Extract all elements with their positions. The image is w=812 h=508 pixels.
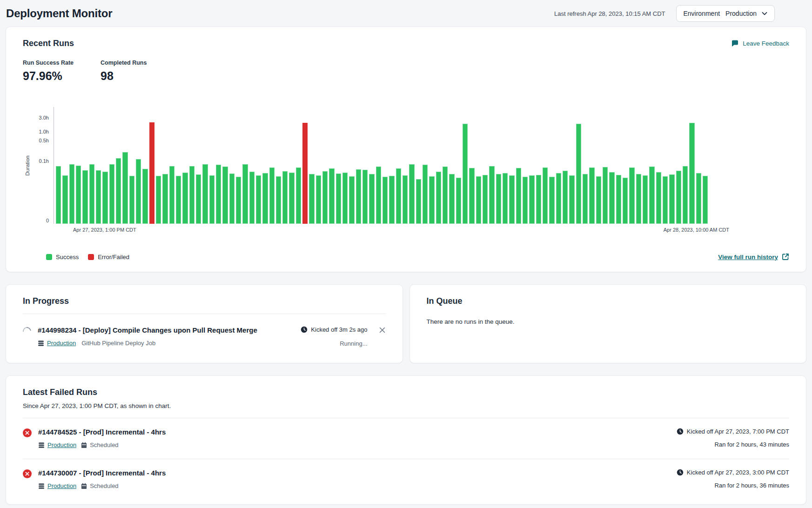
chart-bar-success <box>242 164 248 224</box>
latest-failed-title: Latest Failed Runs <box>23 388 789 397</box>
close-icon[interactable] <box>379 327 386 334</box>
chart-bar-success <box>89 164 94 224</box>
chart-bar-success <box>576 124 581 224</box>
divider <box>23 314 386 314</box>
in-progress-title: In Progress <box>23 296 386 306</box>
ran-for-text: Ran for 2 hours, 43 minutes <box>677 441 789 448</box>
failed-run-title: #144784525 - [Prod] Incremental - 4hrs <box>38 428 677 436</box>
chart-bar-success <box>449 174 454 224</box>
failed-run-row: #144730007 - [Prod] Incremental - 4hrs P… <box>23 459 789 500</box>
y-axis-tick-label: 0.5h <box>39 138 49 143</box>
chart-bar-success <box>403 175 408 224</box>
environment-production-link[interactable]: Production <box>38 340 76 347</box>
page-title: Deployment Monitor <box>6 7 112 20</box>
chart-bar-success <box>496 174 501 224</box>
schedule-label: Scheduled <box>90 441 118 448</box>
chart-bar-success <box>609 172 614 224</box>
chart-bar-success <box>689 123 694 224</box>
chart-bar-success <box>563 171 568 224</box>
chart-bar-success <box>369 174 374 224</box>
chart-bar-success <box>503 173 508 224</box>
stat-label: Completed Runs <box>101 60 147 66</box>
y-axis-tick-label: 1.0h <box>39 129 49 134</box>
chart-bar-success <box>409 164 414 224</box>
chart-bar-success <box>703 176 708 224</box>
chart-bar-success <box>636 174 641 224</box>
chart-bar-success <box>423 165 428 224</box>
chart-bar-success <box>236 177 241 224</box>
environment-production-link[interactable]: Production <box>38 441 76 448</box>
y-axis-tick-label: 0 <box>46 218 49 223</box>
leave-feedback-link[interactable]: Leave Feedback <box>731 40 789 47</box>
chart-bar-success <box>629 167 634 224</box>
environment-link-label: Production <box>47 441 76 448</box>
chart-bar-success <box>596 176 601 224</box>
chart-bar-success <box>289 173 294 224</box>
run-duration-chart: Duration 00.1h0.5h1.0h3.0h Apr 27, 2023,… <box>23 93 789 233</box>
chart-bar-success <box>656 172 661 224</box>
schedule-tag: Scheduled <box>81 482 118 489</box>
view-history-label: View full run history <box>718 254 778 261</box>
legend-item-failed: Error/Failed <box>88 254 129 261</box>
environment-dropdown-label: Environment <box>683 10 720 17</box>
chart-bar-success <box>189 166 195 224</box>
chevron-down-icon <box>761 10 768 17</box>
chart-y-axis-title: Duration <box>23 107 32 224</box>
chart-bar-success <box>282 171 288 224</box>
chart-legend: Success Error/Failed <box>46 254 129 261</box>
y-axis-tick-label: 0.1h <box>39 158 49 164</box>
chart-bar-success <box>549 177 554 224</box>
chart-bar-success <box>96 170 101 224</box>
chart-bar-success <box>116 158 121 224</box>
kicked-off-text: Kicked off Apr 27, 2023, 7:00 PM CDT <box>687 428 789 435</box>
header-controls: Last refresh Apr 28, 2023, 10:15 AM CDT … <box>554 5 775 22</box>
in-progress-card: In Progress #144998234 - [Deploy] Compil… <box>6 284 403 363</box>
clock-icon <box>677 428 684 435</box>
chart-bar-success <box>489 166 494 224</box>
environment-dropdown[interactable]: Environment Production <box>676 5 775 22</box>
chart-bar-success <box>109 164 114 224</box>
run-stats: Run Success Rate 97.96% Completed Runs 9… <box>23 60 789 83</box>
in-queue-title: In Queue <box>427 296 790 306</box>
chart-bar-failed <box>149 122 154 224</box>
legend-label: Error/Failed <box>98 254 129 261</box>
chart-bar-success <box>196 174 201 224</box>
x-axis-start-label: Apr 27, 2023, 1:00 PM CDT <box>73 227 136 233</box>
chart-bar-success <box>309 174 314 224</box>
chart-bar-success <box>683 166 688 224</box>
chart-bar-success <box>129 176 134 224</box>
chart-bar-success <box>383 177 388 224</box>
chart-bar-success <box>156 176 161 224</box>
chart-bar-success <box>229 174 235 224</box>
ran-for-text: Ran for 2 hours, 36 minutes <box>677 482 789 489</box>
chart-bar-success <box>456 178 461 224</box>
clock-icon <box>677 469 684 476</box>
chart-bar-success <box>516 168 521 224</box>
chart-bar-success <box>136 159 141 224</box>
run-status-text: Running... <box>301 340 367 347</box>
page-header: Deployment Monitor Last refresh Apr 28, … <box>0 0 812 27</box>
legend-item-success: Success <box>46 254 79 261</box>
failed-swatch-icon <box>88 254 94 260</box>
chart-plot <box>54 107 708 224</box>
environment-production-link[interactable]: Production <box>38 482 76 489</box>
chart-bar-success <box>569 175 574 224</box>
clock-icon <box>301 326 308 333</box>
calendar-icon <box>81 442 87 448</box>
recent-runs-card: Recent Runs Leave Feedback Run Success R… <box>6 27 806 272</box>
chart-bar-success <box>376 167 381 224</box>
chart-bar-success <box>249 172 255 224</box>
chart-bar-success <box>142 169 148 224</box>
chart-bar-success <box>429 176 434 224</box>
chart-bar-success <box>696 173 701 224</box>
chart-bar-success <box>649 167 654 224</box>
leave-feedback-label: Leave Feedback <box>743 40 789 47</box>
view-full-run-history-link[interactable]: View full run history <box>718 253 789 261</box>
kicked-off-text: Kicked off Apr 27, 2023, 3:00 PM CDT <box>687 469 789 476</box>
failed-status-icon <box>23 469 32 478</box>
chart-bar-success <box>463 124 468 224</box>
chart-bar-success <box>202 164 208 224</box>
external-link-icon <box>782 253 789 261</box>
feedback-bubble-icon <box>731 40 739 47</box>
legend-label: Success <box>56 254 79 261</box>
